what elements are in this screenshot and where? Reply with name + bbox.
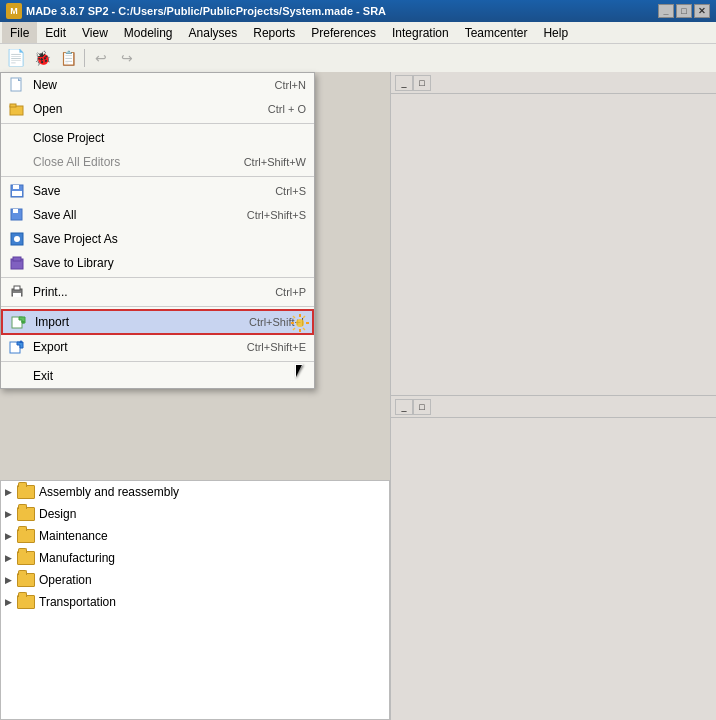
toolbar-btn-1[interactable]: 📄 xyxy=(4,47,28,69)
mini-toolbar-bottom: _ □ xyxy=(391,396,716,418)
menu-integration[interactable]: Integration xyxy=(384,22,457,43)
open-shortcut: Ctrl + O xyxy=(268,103,306,115)
tree-item[interactable]: ▶ Transportation xyxy=(1,591,389,613)
save-all-icon xyxy=(9,207,25,223)
app-icon: M xyxy=(6,3,22,19)
svg-line-25 xyxy=(303,316,305,318)
tree-arrow: ▶ xyxy=(5,509,17,519)
right-bottom: _ □ xyxy=(391,396,716,720)
tree-item-label: Operation xyxy=(39,573,92,587)
spark-effect xyxy=(290,313,310,333)
export-icon xyxy=(9,339,25,355)
menu-item-import[interactable]: Import Ctrl+Shift+I xyxy=(1,309,314,335)
menu-edit[interactable]: Edit xyxy=(37,22,74,43)
menu-item-export[interactable]: Export Ctrl+Shift+E xyxy=(1,335,314,359)
close-all-label: Close All Editors xyxy=(33,155,120,169)
tree-item[interactable]: ▶ Design xyxy=(1,503,389,525)
menu-item-close-project[interactable]: Close Project xyxy=(1,126,314,150)
import-icon xyxy=(11,314,27,330)
mini-btn-minimize[interactable]: _ xyxy=(395,75,413,91)
menu-view[interactable]: View xyxy=(74,22,116,43)
save-all-shortcut: Ctrl+Shift+S xyxy=(247,209,306,221)
menu-item-save[interactable]: Save Ctrl+S xyxy=(1,179,314,203)
svg-line-24 xyxy=(293,316,295,318)
menu-help[interactable]: Help xyxy=(535,22,576,43)
menu-item-exit[interactable]: Exit xyxy=(1,364,314,388)
title-bar: M MADe 3.8.7 SP2 - C:/Users/Public/Publi… xyxy=(0,0,716,22)
mini-btn-maximize-2[interactable]: □ xyxy=(413,399,431,415)
tree-item[interactable]: ▶ Operation xyxy=(1,569,389,591)
menu-teamcenter[interactable]: Teamcenter xyxy=(457,22,536,43)
left-panel: New Ctrl+N Open Ctrl + O Close Project xyxy=(0,72,390,720)
menu-item-save-project-as[interactable]: Save Project As xyxy=(1,227,314,251)
menu-bar: File Edit View Modeling Analyses Reports… xyxy=(0,22,716,44)
tree-arrow: ▶ xyxy=(5,575,17,585)
close-button[interactable]: ✕ xyxy=(694,4,710,18)
svg-point-19 xyxy=(296,319,304,327)
svg-rect-5 xyxy=(13,185,19,189)
tree-item[interactable]: ▶ Manufacturing xyxy=(1,547,389,569)
toolbar-btn-3[interactable]: 📋 xyxy=(56,47,80,69)
main-toolbar: 📄 🐞 📋 ↩ ↪ xyxy=(0,44,716,72)
folder-icon xyxy=(17,551,35,565)
menu-item-open[interactable]: Open Ctrl + O xyxy=(1,97,314,121)
svg-rect-12 xyxy=(13,257,21,261)
save-project-as-label: Save Project As xyxy=(33,232,118,246)
toolbar-redo[interactable]: ↪ xyxy=(115,47,139,69)
tree-item-label: Transportation xyxy=(39,595,116,609)
mini-btn-minimize-2[interactable]: _ xyxy=(395,399,413,415)
menu-reports[interactable]: Reports xyxy=(245,22,303,43)
tree-arrow: ▶ xyxy=(5,487,17,497)
open-icon xyxy=(9,101,25,117)
folder-icon xyxy=(17,573,35,587)
menu-item-new[interactable]: New Ctrl+N xyxy=(1,73,314,97)
right-top-area: _ □ xyxy=(391,72,716,395)
menu-item-save-library[interactable]: Save to Library xyxy=(1,251,314,275)
new-shortcut: Ctrl+N xyxy=(275,79,306,91)
tree-container: ▶ Assembly and reassembly ▶ Design ▶ Mai… xyxy=(1,481,389,613)
menu-item-close-all: Close All Editors Ctrl+Shift+W xyxy=(1,150,314,174)
window-controls[interactable]: _ □ ✕ xyxy=(658,4,710,18)
right-panel: _ □ _ □ xyxy=(390,72,716,720)
sep-2 xyxy=(1,176,314,177)
menu-file[interactable]: File xyxy=(2,22,37,43)
import-label: Import xyxy=(35,315,69,329)
tree-item[interactable]: ▶ Maintenance xyxy=(1,525,389,547)
print-shortcut: Ctrl+P xyxy=(275,286,306,298)
mini-toolbar-top: _ □ xyxy=(391,72,716,94)
folder-icon xyxy=(17,595,35,609)
tree-item-label: Design xyxy=(39,507,76,521)
save-icon xyxy=(9,183,25,199)
save-project-icon xyxy=(9,231,25,247)
minimize-button[interactable]: _ xyxy=(658,4,674,18)
exit-label: Exit xyxy=(33,369,53,383)
menu-item-save-all[interactable]: Save All Ctrl+Shift+S xyxy=(1,203,314,227)
menu-modeling[interactable]: Modeling xyxy=(116,22,181,43)
save-all-label: Save All xyxy=(33,208,76,222)
svg-rect-3 xyxy=(10,104,16,107)
sep-3 xyxy=(1,277,314,278)
export-shortcut: Ctrl+Shift+E xyxy=(247,341,306,353)
file-menu-dropdown: New Ctrl+N Open Ctrl + O Close Project xyxy=(0,72,315,389)
tree-item-label: Assembly and reassembly xyxy=(39,485,179,499)
export-label: Export xyxy=(33,340,68,354)
menu-preferences[interactable]: Preferences xyxy=(303,22,384,43)
toolbar-left: 📄 🐞 📋 ↩ ↪ xyxy=(0,44,716,72)
menu-item-print[interactable]: Print... Ctrl+P xyxy=(1,280,314,304)
toolbar-btn-2[interactable]: 🐞 xyxy=(30,47,54,69)
close-all-shortcut: Ctrl+Shift+W xyxy=(244,156,306,168)
sep-5 xyxy=(1,361,314,362)
sep-4 xyxy=(1,306,314,307)
toolbar-undo[interactable]: ↩ xyxy=(89,47,113,69)
mini-btn-maximize[interactable]: □ xyxy=(413,75,431,91)
tree-arrow: ▶ xyxy=(5,597,17,607)
menu-analyses[interactable]: Analyses xyxy=(181,22,246,43)
tree-item-label: Manufacturing xyxy=(39,551,115,565)
maximize-button[interactable]: □ xyxy=(676,4,692,18)
close-project-label: Close Project xyxy=(33,131,104,145)
print-icon xyxy=(9,284,25,300)
right-top: _ □ xyxy=(391,72,716,396)
tree-item[interactable]: ▶ Assembly and reassembly xyxy=(1,481,389,503)
tree-arrow: ▶ xyxy=(5,531,17,541)
svg-line-26 xyxy=(293,328,295,330)
